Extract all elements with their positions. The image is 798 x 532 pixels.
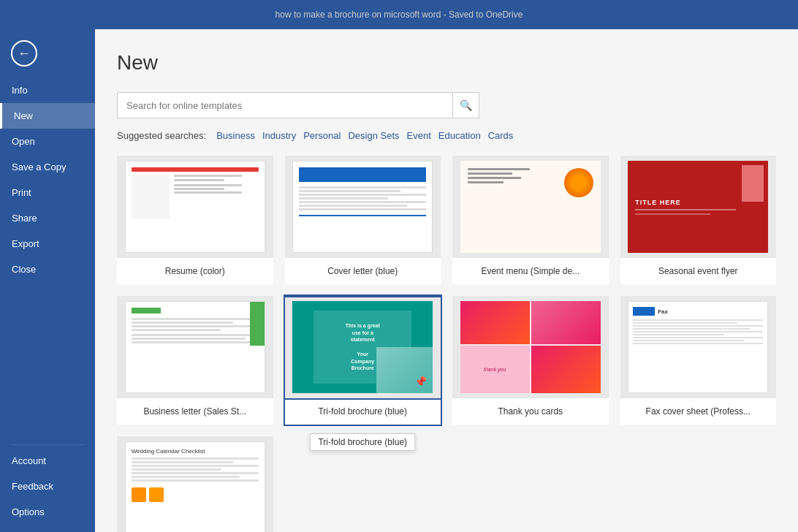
suggested-tag-business[interactable]: Business <box>216 130 255 141</box>
thumb-biz-inner <box>125 301 265 393</box>
thumb-calendar-inner: Wedding Calendar Checklist <box>125 441 265 532</box>
back-arrow-icon: ← <box>18 46 31 61</box>
sidebar-item-account[interactable]: Account <box>0 448 95 474</box>
template-card-wrapper-brochure: This is a greatuse for astatementYourCom… <box>285 296 441 425</box>
suggested-tag-industry[interactable]: Industry <box>262 130 296 141</box>
template-card-fax[interactable]: Fax Fax cover sh <box>620 296 777 425</box>
suggested-tag-personal[interactable]: Personal <box>303 130 341 141</box>
template-card-event[interactable]: Event menu (Simple de... <box>452 156 609 284</box>
template-label-seasonal: Seasonal event flyer <box>620 258 777 284</box>
template-card-wrapper-seasonal: TITLE HERE Seasonal event flyer <box>620 156 777 284</box>
back-button[interactable]: ← <box>6 35 42 72</box>
event-flower-icon <box>564 168 593 197</box>
template-thumb-seasonal: TITLE HERE <box>620 156 777 258</box>
seasonal-title-text: TITLE HERE <box>635 199 681 206</box>
thumb-fax-inner: Fax <box>628 301 768 393</box>
template-label-thankyou: Thank you cards <box>452 398 609 425</box>
template-card-wrapper-biz: Business letter (Sales St... <box>117 296 273 425</box>
template-card-wrapper-resume: Resume (color) <box>117 156 273 284</box>
template-thumb-brochure: This is a greatuse for astatementYourCom… <box>285 296 441 398</box>
template-thumb-cover <box>285 156 441 258</box>
template-card-brochure[interactable]: This is a greatuse for astatementYourCom… <box>285 296 441 425</box>
template-label-biz: Business letter (Sales St... <box>117 398 273 425</box>
pin-icon: 📌 <box>414 376 427 387</box>
thumb-thankyou-inner: thank you <box>460 301 601 393</box>
fax-header: Fax <box>633 306 763 316</box>
template-thumb-event <box>452 156 609 258</box>
thankyou-tile-4 <box>531 346 601 394</box>
back-circle-icon: ← <box>11 40 37 66</box>
suggested-searches-row: Suggested searches: Business Industry Pe… <box>117 130 776 141</box>
thankyou-tile-2 <box>531 301 601 344</box>
content-area: New 🔍 Suggested searches: Business Indus… <box>95 29 798 532</box>
sidebar-nav: Info New Open Save a Copy Print Share Ex… <box>0 77 95 441</box>
thankyou-tile-3: thank you <box>460 346 530 394</box>
template-card-thankyou[interactable]: thank you Thank you cards <box>452 296 609 425</box>
template-card-resume[interactable]: Resume (color) <box>117 156 273 284</box>
template-card-biz[interactable]: Business letter (Sales St... <box>117 296 273 425</box>
event-text <box>468 168 557 186</box>
template-card-wrapper-calendar: Wedding Calendar Checklist <box>117 436 273 532</box>
thumb-cover-inner <box>292 161 433 253</box>
title-bar: how to make a brochure on microsoft word… <box>0 0 798 29</box>
template-grid: Resume (color) <box>117 156 776 532</box>
template-card-wrapper-cover: Cover letter (blue) <box>285 156 441 284</box>
thumb-event-inner <box>460 161 601 253</box>
template-card-wrapper-thankyou: thank you Thank you cards <box>452 296 609 425</box>
search-icon: 🔍 <box>460 99 472 111</box>
sidebar-bottom: Account Feedback Options <box>0 441 95 532</box>
suggested-tag-design-sets[interactable]: Design Sets <box>348 130 399 141</box>
template-thumb-calendar: Wedding Calendar Checklist <box>117 436 273 532</box>
brochure-tooltip: Tri-fold brochure (blue) <box>310 433 415 451</box>
search-input[interactable] <box>117 92 453 118</box>
biz-letter-accent <box>250 302 265 346</box>
sidebar-item-new[interactable]: New <box>0 103 95 129</box>
main-layout: ← Info New Open Save a Copy Print Share <box>0 29 798 532</box>
document-title: how to make a brochure on microsoft word… <box>276 10 523 20</box>
template-label-cover: Cover letter (blue) <box>285 258 441 284</box>
sidebar-item-share[interactable]: Share <box>0 205 95 231</box>
template-card-wrapper-event: Event menu (Simple de... <box>452 156 609 284</box>
template-card-seasonal[interactable]: TITLE HERE Seasonal event flyer <box>620 156 777 284</box>
template-thumb-biz <box>117 296 273 398</box>
thumb-seasonal-inner: TITLE HERE <box>628 161 768 253</box>
search-button[interactable]: 🔍 <box>453 92 479 118</box>
template-card-cover[interactable]: Cover letter (blue) <box>285 156 441 284</box>
sidebar: ← Info New Open Save a Copy Print Share <box>0 29 95 532</box>
sidebar-item-open[interactable]: Open <box>0 129 95 154</box>
seasonal-box-decoration <box>742 165 764 202</box>
template-label-resume: Resume (color) <box>117 258 273 284</box>
thumb-resume-inner <box>125 161 265 253</box>
template-label-fax: Fax cover sheet (Profess... <box>620 398 777 425</box>
sidebar-item-print[interactable]: Print <box>0 180 95 205</box>
suggested-label: Suggested searches: <box>117 130 206 141</box>
brochure-text: This is a greatuse for astatementYourCom… <box>346 322 380 373</box>
suggested-tag-event[interactable]: Event <box>407 130 431 141</box>
sidebar-item-close[interactable]: Close <box>0 256 95 282</box>
suggested-tag-education[interactable]: Education <box>438 130 481 141</box>
template-label-brochure: Tri-fold brochure (blue) <box>285 398 441 425</box>
search-row: 🔍 <box>117 92 776 118</box>
sidebar-item-feedback[interactable]: Feedback <box>0 474 95 499</box>
fax-title: Fax <box>658 308 668 315</box>
thankyou-tile-1 <box>460 301 530 344</box>
sidebar-item-save-copy[interactable]: Save a Copy <box>0 154 95 180</box>
page-title: New <box>117 51 776 75</box>
template-thumb-thankyou: thank you <box>452 296 609 398</box>
sidebar-item-info[interactable]: Info <box>0 77 95 103</box>
template-thumb-fax: Fax <box>620 296 777 398</box>
template-card-calendar[interactable]: Wedding Calendar Checklist <box>117 436 273 532</box>
calendar-title-text: Wedding Calendar Checklist <box>132 448 259 455</box>
sidebar-item-options[interactable]: Options <box>0 499 95 525</box>
template-card-wrapper-fax: Fax Fax cover sh <box>620 296 777 425</box>
template-thumb-resume <box>117 156 273 258</box>
sidebar-item-export[interactable]: Export <box>0 231 95 256</box>
fax-logo <box>633 307 655 316</box>
template-label-event: Event menu (Simple de... <box>452 258 609 284</box>
suggested-tag-cards[interactable]: Cards <box>488 130 514 141</box>
thumb-brochure-inner: This is a greatuse for astatementYourCom… <box>292 301 433 393</box>
sidebar-separator <box>12 444 83 445</box>
